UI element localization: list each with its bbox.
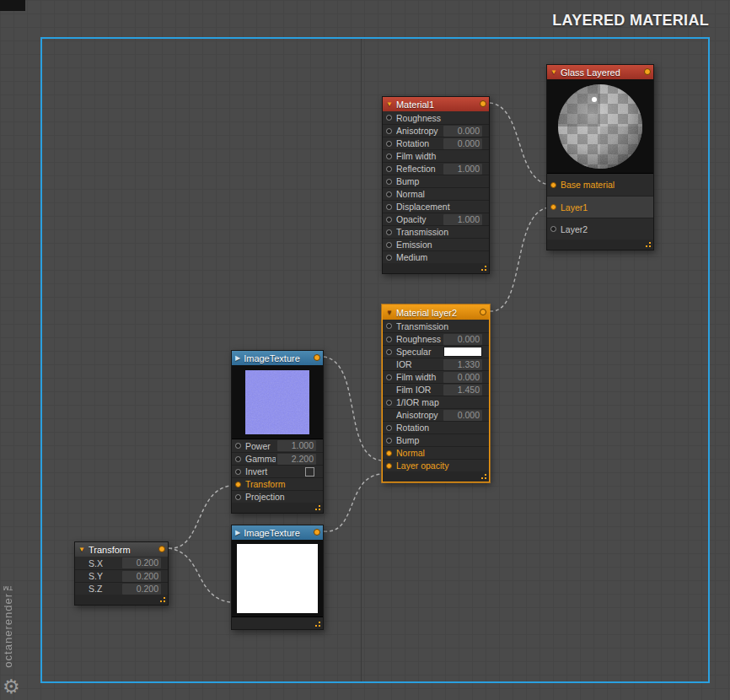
- pin-row-anisotropy[interactable]: Anisotropy0.000: [383, 124, 489, 137]
- pin-row-bump[interactable]: Bump: [383, 433, 489, 446]
- node-header-imagetexture-white[interactable]: ▶ ImageTexture: [232, 525, 323, 540]
- pin-row-s-y[interactable]: S.Y0.200: [75, 569, 168, 582]
- input-pin[interactable]: [550, 204, 556, 210]
- input-pin[interactable]: [235, 469, 241, 475]
- input-pin[interactable]: [386, 217, 392, 223]
- input-pin[interactable]: [386, 153, 392, 159]
- input-pin[interactable]: [386, 115, 392, 121]
- input-pin[interactable]: [235, 456, 241, 462]
- input-pin[interactable]: [386, 229, 392, 235]
- output-pin[interactable]: [480, 100, 486, 107]
- resize-handle[interactable]: [314, 620, 320, 627]
- pin-row-layer2[interactable]: Layer2: [547, 218, 653, 240]
- input-pin[interactable]: [386, 438, 392, 444]
- pin-row-film-width[interactable]: Film width: [383, 149, 489, 162]
- collapse-icon[interactable]: ▼: [78, 547, 85, 553]
- input-pin[interactable]: [386, 337, 392, 342]
- pin-row-layer-opacity[interactable]: Layer opacity: [383, 459, 489, 471]
- input-pin[interactable]: [386, 166, 392, 172]
- pin-row-invert[interactable]: Invert: [232, 465, 323, 477]
- pin-row-power[interactable]: Power1.000: [232, 439, 323, 452]
- value-field[interactable]: 0.000: [443, 372, 482, 383]
- value-field[interactable]: 0.200: [122, 584, 161, 595]
- input-pin[interactable]: [386, 204, 392, 210]
- input-pin[interactable]: [386, 191, 392, 197]
- value-field[interactable]: 0.000: [443, 410, 482, 421]
- input-pin[interactable]: [386, 323, 392, 329]
- value-field[interactable]: 1.450: [443, 385, 482, 396]
- pin-row-medium[interactable]: Medium: [383, 250, 489, 263]
- pin-row-gamma[interactable]: Gamma2.200: [232, 452, 323, 465]
- collapse-icon[interactable]: ▶: [235, 530, 240, 536]
- pin-row-anisotropy[interactable]: Anisotropy0.000: [383, 408, 489, 421]
- value-field[interactable]: 0.000: [443, 334, 482, 345]
- value-field[interactable]: 1.000: [443, 214, 482, 225]
- input-pin[interactable]: [386, 374, 392, 380]
- pin-row-film-width[interactable]: Film width0.000: [383, 370, 489, 383]
- input-pin[interactable]: [235, 494, 241, 500]
- value-field[interactable]: 0.200: [122, 557, 161, 568]
- input-pin[interactable]: [386, 463, 392, 469]
- pin-row-roughness[interactable]: Roughness: [383, 111, 489, 124]
- value-field[interactable]: 0.000: [443, 138, 482, 149]
- node-header-material1[interactable]: ▼ Material1: [383, 97, 489, 111]
- pin-row-specular[interactable]: Specular: [383, 345, 489, 358]
- texture-preview-blue[interactable]: [232, 365, 323, 439]
- input-pin[interactable]: [386, 179, 392, 185]
- input-pin[interactable]: [550, 182, 556, 188]
- pin-row-1-ior-map[interactable]: 1/IOR map: [383, 396, 489, 408]
- value-field[interactable]: 1.000: [277, 440, 316, 451]
- pin-row-rotation[interactable]: Rotation0.000: [383, 137, 489, 149]
- input-pin[interactable]: [386, 450, 392, 456]
- node-header-imagetexture-blue[interactable]: ▶ ImageTexture: [232, 351, 323, 365]
- value-field[interactable]: 0.000: [443, 126, 482, 137]
- input-pin[interactable]: [235, 443, 241, 449]
- pin-row-displacement[interactable]: Displacement: [383, 200, 489, 213]
- invert-checkbox[interactable]: [305, 467, 314, 477]
- color-swatch[interactable]: [443, 347, 482, 357]
- input-pin[interactable]: [386, 349, 392, 355]
- collapse-icon[interactable]: ▼: [550, 69, 557, 76]
- collapse-icon[interactable]: ▼: [386, 310, 393, 316]
- value-field[interactable]: 1.330: [443, 359, 482, 370]
- pin-row-opacity[interactable]: Opacity1.000: [383, 213, 489, 225]
- texture-preview-white[interactable]: [232, 540, 323, 617]
- output-pin[interactable]: [314, 354, 320, 361]
- output-pin[interactable]: [158, 546, 165, 552]
- output-pin[interactable]: [644, 68, 651, 75]
- pin-row-normal[interactable]: Normal: [383, 187, 489, 200]
- pin-row-projection[interactable]: Projection: [232, 490, 323, 503]
- pin-row-rotation[interactable]: Rotation: [383, 421, 489, 433]
- pin-row-transmission[interactable]: Transmission: [383, 225, 489, 238]
- output-pin[interactable]: [314, 529, 320, 536]
- output-pin[interactable]: [480, 309, 486, 315]
- collapse-icon[interactable]: ▼: [386, 101, 393, 108]
- pin-row-reflection[interactable]: Reflection1.000: [383, 162, 489, 175]
- pin-row-transmission[interactable]: Transmission: [383, 320, 489, 332]
- pin-row-s-x[interactable]: S.X0.200: [75, 557, 168, 569]
- material-preview[interactable]: [547, 79, 653, 174]
- input-pin[interactable]: [386, 128, 392, 134]
- collapse-icon[interactable]: ▶: [235, 355, 240, 362]
- value-field[interactable]: 1.000: [443, 164, 482, 175]
- input-pin[interactable]: [386, 255, 392, 261]
- node-header-material-layer2[interactable]: ▼ Material layer2: [383, 305, 489, 320]
- pin-row-film-ior[interactable]: Film IOR1.450: [383, 383, 489, 396]
- pin-row-layer1[interactable]: Layer1: [547, 196, 653, 218]
- resize-handle[interactable]: [314, 503, 320, 510]
- input-pin[interactable]: [386, 425, 392, 431]
- input-pin[interactable]: [235, 482, 241, 487]
- value-field[interactable]: 2.200: [277, 454, 316, 465]
- pin-row-roughness[interactable]: Roughness0.000: [383, 332, 489, 345]
- pin-row-base-material[interactable]: Base material: [547, 174, 653, 196]
- node-header-transform[interactable]: ▼ Transform: [75, 542, 168, 557]
- node-header-glass-layered[interactable]: ▼ Glass Layered: [547, 65, 653, 79]
- resize-handle[interactable]: [480, 264, 486, 271]
- input-pin[interactable]: [386, 141, 392, 147]
- pin-row-emission[interactable]: Emission: [383, 238, 489, 250]
- pin-row-transform[interactable]: Transform: [232, 477, 323, 490]
- pin-row-s-z[interactable]: S.Z0.200: [75, 582, 168, 595]
- resize-handle[interactable]: [158, 595, 165, 602]
- input-pin[interactable]: [386, 400, 392, 406]
- pin-row-normal[interactable]: Normal: [383, 446, 489, 459]
